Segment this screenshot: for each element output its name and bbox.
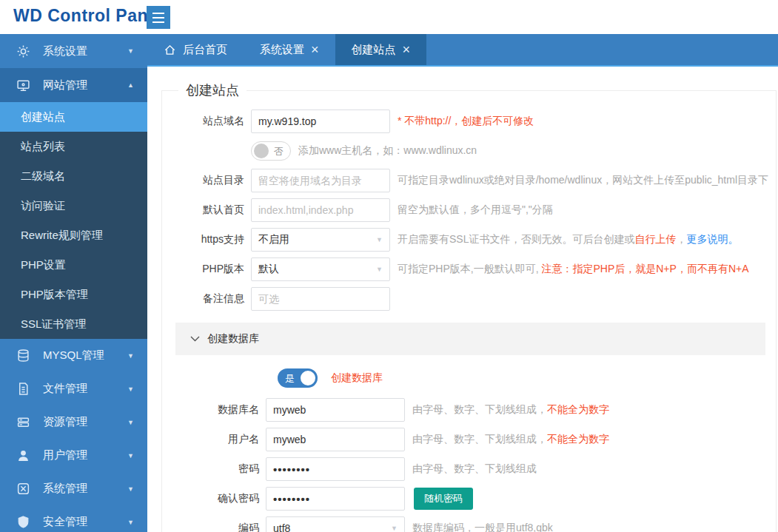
sidebar-item-site-management[interactable]: 网站管理 ▲ bbox=[0, 68, 147, 102]
chevron-down-icon: ▼ bbox=[127, 452, 134, 459]
hamburger-menu-icon[interactable] bbox=[147, 6, 170, 29]
tab-create-site[interactable]: 创建站点 × bbox=[335, 34, 427, 65]
form-row-db-password: 密码 由字母、数字、下划线组成 bbox=[175, 457, 768, 481]
form-row-directory: 站点目录 可指定目录wdlinux或绝对目录/home/wdlinux，网站文件… bbox=[175, 169, 768, 192]
sidebar-item-file-management[interactable]: 文件管理 ▼ bbox=[0, 372, 147, 405]
chevron-down-icon: ▼ bbox=[127, 485, 134, 493]
db-confirm-input[interactable] bbox=[266, 487, 405, 511]
app-logo: WD Control Panel bbox=[13, 6, 163, 26]
directory-label: 站点目录 bbox=[175, 174, 251, 187]
db-user-label: 用户名 bbox=[175, 433, 266, 446]
https-label: https支持 bbox=[175, 233, 251, 246]
site-management-submenu: 创建站点 站点列表 二级域名 访问验证 Rewrite规则管理 PHP设置 PH… bbox=[0, 102, 147, 339]
user-icon bbox=[16, 448, 30, 462]
sidebar-item-label: 资源管理 bbox=[43, 415, 127, 429]
form-row-db-name: 数据库名 由字母、数字、下划线组成，不能全为数字 bbox=[175, 398, 768, 422]
form-row-index: 默认首页 留空为默认值，多个用逗号","分隔 bbox=[175, 198, 768, 222]
chevron-down-icon: ▼ bbox=[376, 236, 383, 243]
sidebar-item-label: 文件管理 bbox=[43, 382, 127, 396]
chevron-up-icon: ▲ bbox=[127, 81, 134, 89]
domain-hint: * 不带http://，创建后不可修改 bbox=[398, 115, 534, 127]
db-password-hint: 由字母、数字、下划线组成 bbox=[412, 462, 537, 476]
sidebar-subitem-php-settings[interactable]: PHP设置 bbox=[0, 250, 147, 280]
chevron-down-icon: ▼ bbox=[127, 519, 134, 526]
home-icon bbox=[164, 44, 176, 56]
db-confirm-label: 确认密码 bbox=[175, 492, 266, 505]
chevron-down-icon: ▼ bbox=[127, 352, 134, 360]
more-info-link[interactable]: 更多说明 bbox=[686, 233, 728, 245]
db-user-input[interactable] bbox=[266, 428, 405, 451]
create-site-panel: 创建站点 站点域名 * 不带http://，创建后不可修改 否 添加www主机名… bbox=[161, 81, 777, 532]
db-encoding-label: 编码 bbox=[175, 522, 266, 532]
toggle-knob bbox=[254, 144, 269, 158]
www-toggle[interactable]: 否 bbox=[251, 141, 291, 161]
tab-label: 系统设置 bbox=[260, 43, 304, 57]
form-row-db-encoding: 编码 utf8 ▼ 数据库编码，一般是用utf8,gbk bbox=[175, 516, 768, 532]
chevron-down-icon: ▼ bbox=[376, 266, 383, 273]
sidebar-item-mysql[interactable]: MYSQL管理 ▼ bbox=[0, 339, 147, 372]
db-name-label: 数据库名 bbox=[175, 403, 266, 417]
form-row-db-user: 用户名 由字母、数字、下划线组成，不能全为数字 bbox=[175, 428, 768, 451]
index-hint: 留空为默认值，多个用逗号","分隔 bbox=[398, 203, 553, 217]
tab-strip: 后台首页 系统设置 × 创建站点 × bbox=[147, 34, 778, 67]
domain-label: 站点域名 bbox=[175, 115, 251, 128]
domain-input[interactable] bbox=[251, 110, 390, 133]
https-select[interactable]: 不启用 ▼ bbox=[251, 228, 390, 252]
db-password-label: 密码 bbox=[175, 462, 266, 476]
random-password-button[interactable]: 随机密码 bbox=[414, 488, 473, 510]
db-password-input[interactable] bbox=[266, 457, 405, 481]
sidebar-subitem-create-site[interactable]: 创建站点 bbox=[0, 102, 147, 132]
sidebar-subitem-ssl-certificates[interactable]: SSL证书管理 bbox=[0, 309, 147, 339]
sidebar-item-label: 用户管理 bbox=[43, 448, 127, 462]
sidebar-item-system-settings[interactable]: 系统设置 ▼ bbox=[0, 34, 147, 68]
file-icon bbox=[16, 382, 30, 396]
create-db-toggle[interactable]: 是 bbox=[278, 368, 318, 388]
tab-dashboard-home[interactable]: 后台首页 bbox=[147, 34, 244, 65]
chevron-down-icon: ▼ bbox=[127, 419, 134, 426]
sidebar-subitem-subdomain[interactable]: 二级域名 bbox=[0, 161, 147, 191]
index-input[interactable] bbox=[251, 198, 390, 222]
sidebar-subitem-access-auth[interactable]: 访问验证 bbox=[0, 191, 147, 220]
monitor-icon bbox=[16, 78, 30, 92]
remark-label: 备注信息 bbox=[175, 292, 251, 306]
sidebar-item-system-management[interactable]: 系统管理 ▼ bbox=[0, 472, 147, 505]
sidebar-subitem-site-list[interactable]: 站点列表 bbox=[0, 132, 147, 161]
create-database-section-header[interactable]: 创建数据库 bbox=[175, 323, 765, 355]
https-hint: 开启需要有SSL证书文件，否则无效。可后台创建或自行上传，更多说明。 bbox=[398, 233, 738, 246]
form-row-php-version: PHP版本 默认 ▼ 可指定PHP版本,一般默认即可, 注意：指定PHP后，就是… bbox=[175, 257, 768, 281]
remark-input[interactable] bbox=[251, 287, 390, 311]
php-version-select[interactable]: 默认 ▼ bbox=[251, 257, 390, 281]
sidebar: 系统设置 ▼ 网站管理 ▲ 创建站点 站点列表 二级域名 访问验证 Rewrit… bbox=[0, 34, 147, 532]
sidebar-subitem-rewrite-rules[interactable]: Rewrite规则管理 bbox=[0, 220, 147, 250]
shield-icon bbox=[16, 515, 30, 529]
sidebar-item-user-management[interactable]: 系统管理 用户管理 ▼ bbox=[0, 439, 147, 472]
create-db-toggle-label: 创建数据库 bbox=[331, 371, 383, 385]
toggle-state-label: 否 bbox=[274, 145, 284, 158]
directory-hint: 可指定目录wdlinux或绝对目录/home/wdlinux，网站文件上传至pu… bbox=[398, 174, 768, 187]
sidebar-subitem-php-versions[interactable]: PHP版本管理 bbox=[0, 280, 147, 309]
page-title: 创建站点 bbox=[178, 81, 247, 99]
db-name-hint: 由字母、数字、下划线组成，不能全为数字 bbox=[412, 403, 609, 417]
db-name-input[interactable] bbox=[266, 398, 405, 422]
close-icon[interactable]: × bbox=[311, 43, 319, 56]
tab-label: 后台首页 bbox=[183, 43, 227, 57]
tab-label: 创建站点 bbox=[352, 43, 396, 57]
db-encoding-select[interactable]: utf8 ▼ bbox=[266, 516, 405, 532]
tab-system-settings[interactable]: 系统设置 × bbox=[244, 34, 335, 65]
db-toggle-row: 是 创建数据库 bbox=[278, 368, 768, 388]
encoding-selected-value: utf8 bbox=[273, 522, 290, 532]
directory-input[interactable] bbox=[251, 169, 390, 192]
db-encoding-hint: 数据库编码，一般是用utf8,gbk bbox=[412, 522, 553, 532]
section-title: 创建数据库 bbox=[207, 332, 259, 346]
top-header: WD Control Panel bbox=[0, 0, 778, 34]
toggle-state-label: 是 bbox=[285, 372, 295, 385]
chevron-down-icon: ▼ bbox=[391, 525, 398, 532]
chevron-down-icon: ▼ bbox=[127, 47, 134, 55]
www-hint: 添加www主机名，如：www.wdlinux.cn bbox=[298, 144, 477, 158]
close-icon[interactable]: × bbox=[403, 43, 411, 56]
main-content: 创建站点 站点域名 * 不带http://，创建后不可修改 否 添加www主机名… bbox=[147, 68, 778, 532]
chevron-down-icon: ▼ bbox=[127, 385, 134, 393]
form-row-www-toggle: 否 添加www主机名，如：www.wdlinux.cn bbox=[175, 139, 768, 163]
sidebar-item-resource-management[interactable]: 资源管理 ▼ bbox=[0, 405, 147, 439]
sidebar-item-security-management[interactable]: 安全管理 ▼ bbox=[0, 505, 147, 532]
